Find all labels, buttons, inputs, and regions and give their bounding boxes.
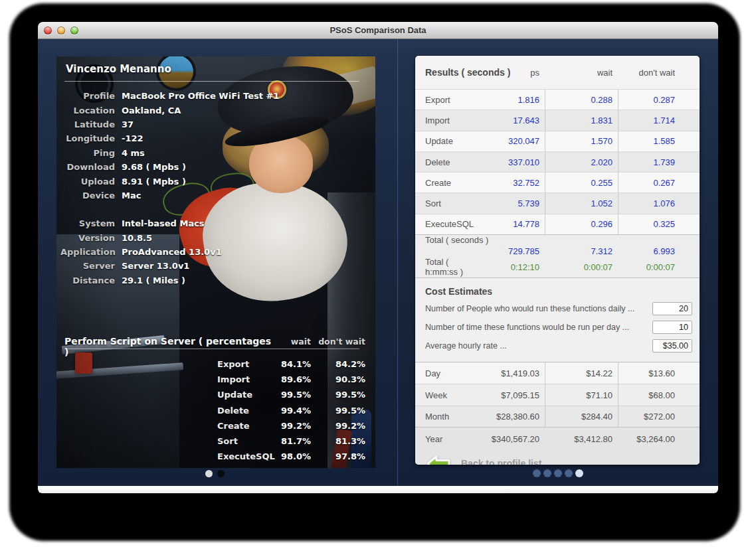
wait-value: 2.020 [545, 152, 618, 172]
wait-value: 99.5% [276, 390, 311, 400]
profile-fields: Profile MacBook Pro Office WiFi Test #1 … [60, 89, 366, 287]
field-label: Distance [60, 275, 115, 285]
dont-wait-value: 99.5% [311, 390, 365, 400]
table-row: Month $28,380.60 $284.40 $272.00 [415, 406, 700, 427]
page-dot[interactable] [543, 469, 551, 477]
table-row: Update 99.5% 99.5% [217, 387, 365, 402]
cost-estimates-section: Cost Estimates Number of People who woul… [415, 277, 700, 362]
row-label: Day [415, 362, 475, 384]
back-to-profile-button[interactable]: Back to profile list [415, 451, 700, 465]
ps-cost-year: $340,567.20 [475, 428, 545, 451]
page-dot-active[interactable] [205, 470, 213, 477]
field-value: ProAdvanced 13.0v1 [122, 247, 366, 257]
profile-field-row: Upload 8.91 ( Mpbs ) [60, 174, 366, 188]
page-dot[interactable] [554, 469, 562, 477]
title-bar[interactable]: PSoS Comparison Data [38, 22, 718, 39]
wait-value: 1.831 [545, 110, 618, 130]
field-value: Server 13.0v1 [122, 261, 366, 271]
ps-value: 1.816 [475, 90, 545, 110]
input-label: Average hourly rate ... [425, 341, 507, 351]
people-count-input[interactable] [652, 302, 692, 315]
field-value: -122 [122, 133, 366, 143]
table-row: Import 89.6% 90.3% [217, 372, 365, 387]
col-dont-wait: don't wait [618, 68, 682, 78]
table-row: Delete 99.4% 99.5% [217, 403, 365, 418]
wait-value: 89.6% [276, 374, 311, 384]
wait-cost: $284.40 [545, 406, 618, 427]
wait-value: 0.296 [545, 214, 618, 234]
dont-wait-value: 81.3% [311, 436, 365, 446]
results-card: Results ( seconds ) ps wait don't wait E… [415, 56, 700, 465]
profile-field-row: Server Server 13.0v1 [60, 259, 366, 273]
page-dot[interactable] [533, 469, 541, 477]
page-dot[interactable] [217, 470, 225, 477]
profile-field-row: System Intel-based Macs [60, 216, 366, 230]
wait-value: 0.255 [545, 173, 618, 193]
cost-estimates-title: Cost Estimates [425, 283, 692, 299]
row-label: Update [415, 131, 475, 151]
wait-value: 81.7% [276, 436, 311, 446]
profile-field-row: Longitude -122 [60, 131, 366, 145]
spacer [60, 202, 366, 216]
pss-table-rows: Export 84.1% 84.2% Import 89.6% 90.3% Up… [217, 356, 365, 464]
page-dot-active[interactable] [575, 469, 583, 477]
page-dot[interactable] [565, 469, 573, 477]
profile-name: Vincenzo Menanno [66, 63, 171, 75]
wait-cost: $71.10 [545, 384, 618, 405]
results-title: Results ( seconds ) [425, 67, 510, 78]
row-label: Export [217, 359, 276, 369]
ps-cost: $28,380.60 [475, 406, 545, 427]
table-row: ExecuteSQL 14.778 0.296 0.325 [415, 214, 700, 234]
dont-wait-value: 1.714 [618, 110, 682, 130]
col-ps: ps [530, 68, 539, 78]
profile-field-row: Latitude 37 [60, 117, 366, 131]
wait-cost: $14.22 [545, 362, 618, 384]
totals-section: Total ( seconds ) 729.785 7.312 6.993 To… [415, 234, 700, 277]
pss-table-header: Perform Script on Server ( percentages )… [64, 336, 365, 357]
row-label: ExecuteSQL [415, 214, 475, 234]
right-pagination-dots [533, 469, 583, 477]
panel-divider [397, 39, 398, 486]
ps-total: 729.785 [475, 246, 545, 256]
dont-wait-cost: $13.60 [618, 362, 682, 384]
dont-wait-value: 99.5% [311, 406, 365, 416]
profile-field-row: Distance 29.1 ( Miles ) [60, 274, 366, 287]
field-value: 9.68 ( Mpbs ) [122, 162, 366, 172]
table-row: ExecuteSQL 98.0% 97.8% [217, 449, 365, 464]
dont-wait-value: 0.325 [618, 214, 682, 234]
field-value: 10.8.5 [122, 233, 366, 243]
row-label: Sort [217, 436, 276, 446]
table-row: Create 99.2% 99.2% [217, 418, 365, 433]
screenshot-stage: PSoS Comparison Data [0, 0, 756, 547]
ps-value: 5.739 [475, 193, 545, 213]
pss-col-wait: wait [276, 337, 311, 347]
wait-cost-year: $3,412.80 [545, 428, 618, 451]
wait-value: 1.570 [545, 131, 618, 151]
dont-wait-value: 1.739 [618, 152, 682, 172]
pss-table-title: Perform Script on Server ( percentages ) [64, 336, 276, 357]
divider-line [64, 349, 359, 349]
table-row: Sort 5.739 1.052 1.076 [415, 193, 700, 213]
back-button-label: Back to profile list [461, 458, 541, 465]
field-value: Intel-based Macs [122, 218, 366, 228]
total-time-row: Total ( h:mm:ss ) 0:12:10 0:00:07 0:00:0… [415, 256, 700, 277]
dont-wait-value: 0.267 [618, 173, 682, 193]
table-row: Export 1.816 0.288 0.287 [415, 89, 700, 110]
runs-per-day-input[interactable] [652, 321, 692, 334]
dont-wait-total-time: 0:00:07 [618, 256, 682, 277]
row-label: Create [217, 421, 276, 431]
dont-wait-value: 97.8% [311, 451, 365, 461]
col-wait: wait [545, 68, 618, 78]
field-value: 29.1 ( Miles ) [122, 275, 366, 285]
cost-input-row: Number of time these functions would be … [425, 318, 692, 337]
field-value: MacBook Pro Office WiFi Test #1 [122, 91, 366, 101]
input-label: Number of People who would run these fun… [425, 304, 634, 313]
field-label: Ping [60, 148, 115, 158]
dont-wait-value: 1.585 [618, 131, 682, 151]
field-label: Location [60, 106, 115, 116]
window-bottom-bar [38, 486, 718, 493]
row-label: Total ( seconds ) [415, 235, 545, 246]
hourly-rate-input[interactable] [652, 339, 692, 352]
row-label: Delete [217, 406, 276, 416]
row-label: Year [415, 428, 475, 451]
